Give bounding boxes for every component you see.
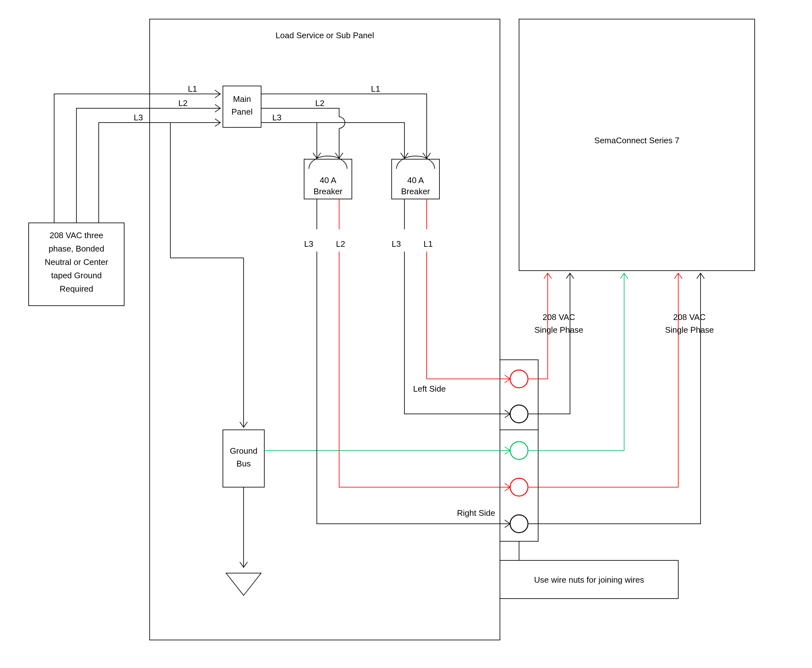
left-side-label: Left Side (413, 384, 446, 394)
dev-left-line1: 208 VAC (543, 312, 575, 322)
main-panel-line1: Main (233, 94, 251, 104)
dev-right-line2: Single Phase (665, 325, 713, 335)
source-line5: Required (60, 284, 93, 294)
wire-dev-green (529, 274, 624, 451)
label-brk-right-L3: L3 (392, 239, 401, 249)
ground-bus-box (223, 430, 264, 487)
label-mp-L1: L1 (371, 84, 380, 94)
wire-dev-right-black (529, 274, 700, 524)
wiring-diagram: Load Service or Sub Panel 208 VAC three … (0, 0, 812, 668)
ground-bus-line1: Ground (230, 446, 257, 456)
label-source-L3: L3 (134, 113, 143, 122)
breaker-right-line2: Breaker (401, 187, 430, 196)
source-line1: 208 VAC three (50, 230, 104, 240)
label-source-L2: L2 (178, 99, 187, 108)
ground-bus-line2: Bus (237, 459, 251, 468)
source-line4: taped Ground (51, 271, 102, 280)
source-line3: Neutral or Center (45, 257, 108, 267)
main-panel-box (223, 86, 261, 127)
breaker-left-line2: Breaker (313, 187, 343, 196)
label-source-L1: L1 (188, 84, 197, 94)
label-brk-left-L2: L2 (336, 239, 345, 249)
breaker-left-line1: 40 A (320, 175, 337, 185)
source-line2: phase, Bonded (49, 244, 104, 254)
wire-dev-right-red (529, 274, 678, 487)
device-title: SemaConnect Series 7 (594, 135, 679, 145)
label-mp-L3: L3 (272, 113, 281, 122)
dev-right-line1: 208 VAC (673, 312, 706, 322)
right-side-label: Right Side (457, 508, 495, 518)
label-brk-right-L1: L1 (424, 239, 433, 249)
main-panel-line2: Panel (232, 107, 253, 117)
dev-left-line2: Single Phase (534, 325, 583, 335)
load-sub-panel-title: Load Service or Sub Panel (276, 30, 374, 40)
label-brk-left-L3: L3 (304, 239, 313, 249)
breaker-right-line1: 40 A (407, 175, 424, 185)
label-mp-L2: L2 (315, 99, 324, 108)
load-sub-panel-box (150, 19, 500, 640)
wire-nuts-text: Use wire nuts for joining wires (534, 575, 644, 584)
